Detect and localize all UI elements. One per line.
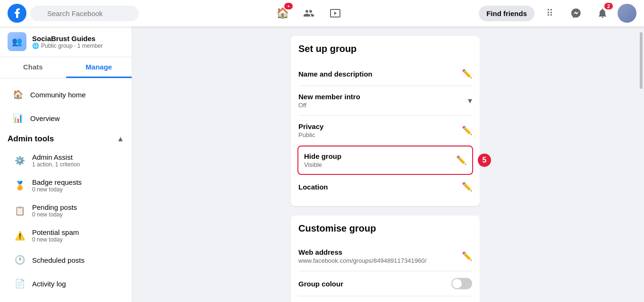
sidebar-item-content: Admin Assist 1 action, 1 criterion (32, 153, 80, 168)
scrollbar-thumb (640, 32, 643, 89)
tab-chats[interactable]: Chats (0, 57, 66, 78)
admin-tools-title: Admin tools (8, 134, 54, 144)
setup-row-web-address[interactable]: Web address www.facebook.com/groups/8494… (298, 242, 472, 271)
setup-row-privacy[interactable]: Privacy Public ✏️ (298, 116, 472, 146)
tabs: Chats Manage (0, 57, 132, 78)
group-name: SociaBrust Guides (32, 35, 124, 43)
admin-tools-header[interactable]: Admin tools ▲ (0, 130, 132, 147)
sidebar-item-label: Pending posts (32, 203, 77, 211)
chevron-down-icon: ▾ (468, 95, 472, 106)
grid-menu-button[interactable]: ⠿ (538, 2, 561, 25)
sidebar-item-group-rules[interactable]: 📌 Group rules (4, 296, 128, 302)
sidebar-item-label: Overview (30, 114, 60, 122)
messenger-button[interactable] (565, 2, 587, 25)
notifications-button[interactable]: 2 (591, 2, 614, 25)
sidebar-item-label: Badge requests (32, 178, 82, 186)
sidebar-sub-label: 0 new today (32, 211, 77, 218)
facebook-logo-icon[interactable] (8, 4, 26, 23)
sidebar-item-badge-requests[interactable]: 🏅 Badge requests 0 new today (4, 173, 128, 198)
sidebar-item-label: Scheduled posts (32, 256, 85, 264)
sidebar-item-label: Community home (30, 91, 86, 99)
content-area: Set up group Name and description ✏️ New… (132, 26, 638, 302)
messenger-icon (570, 8, 582, 19)
nav-center: 🏠 • (139, 2, 479, 25)
avatar[interactable] (618, 4, 636, 23)
sidebar-item-potential-spam[interactable]: ⚠️ Potential spam 0 new today (4, 224, 128, 248)
activity-log-icon: 📄 (13, 277, 26, 290)
setup-row-left: New member intro Off (298, 93, 468, 109)
customise-group-title: Customise group (298, 223, 472, 234)
home-icon: 🏠 (11, 88, 25, 101)
sidebar-item-label: Potential spam (32, 228, 79, 236)
sidebar-nav: 🏠 Community home 📊 Overview Admin tools … (0, 78, 132, 302)
sidebar-item-community-home[interactable]: 🏠 Community home (4, 83, 128, 106)
setup-row-group-colour[interactable]: Group colour (298, 271, 472, 296)
admin-assist-icon: ⚙️ (13, 154, 26, 167)
setup-group-title: Set up group (298, 43, 472, 54)
right-scrollbar (638, 26, 644, 302)
group-header: 👥 SociaBrust Guides 🌐 Public group · 1 m… (0, 26, 132, 57)
sidebar-item-content: Badge requests 0 new today (32, 178, 82, 193)
home-badge: • (284, 3, 293, 9)
nav-left: 🔍 (8, 4, 139, 23)
watch-nav-button[interactable] (324, 2, 347, 25)
search-wrapper: 🔍 (30, 6, 139, 21)
group-avatar: 👥 (8, 32, 26, 51)
setup-row-web-address-sub: www.facebook.com/groups/849489117341960/ (298, 257, 462, 264)
search-input[interactable] (30, 6, 139, 21)
tab-manage[interactable]: Manage (66, 57, 132, 78)
group-info: SociaBrust Guides 🌐 Public group · 1 mem… (32, 35, 124, 49)
setup-row-name-desc-title: Name and description (298, 70, 462, 78)
find-friends-button[interactable]: Find friends (479, 6, 534, 21)
setup-row-name-desc[interactable]: Name and description ✏️ (298, 62, 472, 86)
top-navigation: 🔍 🏠 • Find friends ⠿ (0, 0, 644, 26)
group-colour-toggle[interactable] (451, 278, 472, 289)
customise-group-card: Customise group Web address www.facebook… (291, 216, 480, 302)
setup-row-left: Web address www.facebook.com/groups/8494… (298, 248, 462, 264)
sidebar-item-label: Activity log (32, 280, 66, 288)
setup-row-web-address-title: Web address (298, 248, 462, 256)
group-meta: 🌐 Public group · 1 member (32, 43, 124, 49)
setup-row-hide-group[interactable]: Hide group Visible ✏️ (297, 146, 473, 175)
edit-icon: ✏️ (462, 251, 472, 261)
setup-row-member-intro-title: New member intro (298, 93, 468, 101)
setup-row-left: Privacy Public (298, 122, 462, 138)
badge-icon: 🏅 (13, 179, 26, 192)
public-icon: 🌐 (32, 43, 39, 49)
sidebar-item-scheduled-posts[interactable]: 🕐 Scheduled posts (4, 249, 128, 271)
setup-row-left: Name and description (298, 70, 462, 78)
notification-badge: 2 (604, 3, 613, 9)
edit-icon: ✏️ (462, 69, 472, 79)
left-sidebar: 👥 SociaBrust Guides 🌐 Public group · 1 m… (0, 26, 132, 302)
edit-icon: ✏️ (456, 155, 466, 165)
spam-icon: ⚠️ (13, 229, 26, 242)
sidebar-item-activity-log[interactable]: 📄 Activity log (4, 272, 128, 295)
sidebar-sub-label: 0 new today (32, 186, 82, 193)
setup-row-member-intro-sub: Off (298, 102, 468, 109)
setup-row-location[interactable]: Location ✏️ (298, 175, 472, 198)
sidebar-item-admin-assist[interactable]: ⚙️ Admin Assist 1 action, 1 criterion (4, 148, 128, 173)
nav-right: Find friends ⠿ 2 (479, 2, 636, 25)
setup-row-hide-group-sub: Visible (304, 161, 456, 168)
friends-icon (303, 8, 314, 19)
sidebar-item-label: Admin Assist (32, 153, 80, 161)
toggle-knob (452, 279, 462, 288)
sidebar-item-content: Pending posts 0 new today (32, 203, 77, 218)
sidebar-sub-label: 0 new today (32, 236, 79, 243)
setup-row-hide-group-title: Hide group (304, 152, 456, 160)
sidebar-sub-label: 1 action, 1 criterion (32, 161, 80, 168)
sidebar-item-overview[interactable]: 📊 Overview (4, 107, 128, 129)
home-nav-button[interactable]: 🏠 • (271, 2, 294, 25)
setup-row-privacy-sub: Public (298, 131, 462, 138)
collapse-icon: ▲ (117, 135, 124, 143)
sidebar-item-pending-posts[interactable]: 📋 Pending posts 0 new today (4, 198, 128, 223)
edit-icon: ✏️ (462, 181, 472, 192)
setup-row-badges[interactable]: Badges 5 badges ✏️ (298, 296, 472, 302)
setup-row-privacy-title: Privacy (298, 122, 462, 130)
overview-icon: 📊 (11, 112, 25, 125)
setup-row-location-title: Location (298, 183, 462, 191)
sidebar-item-content: Potential spam 0 new today (32, 228, 79, 243)
setup-row-member-intro[interactable]: New member intro Off ▾ (298, 86, 472, 116)
main-layout: 👥 SociaBrust Guides 🌐 Public group · 1 m… (0, 26, 644, 302)
friends-nav-button[interactable] (297, 2, 320, 25)
